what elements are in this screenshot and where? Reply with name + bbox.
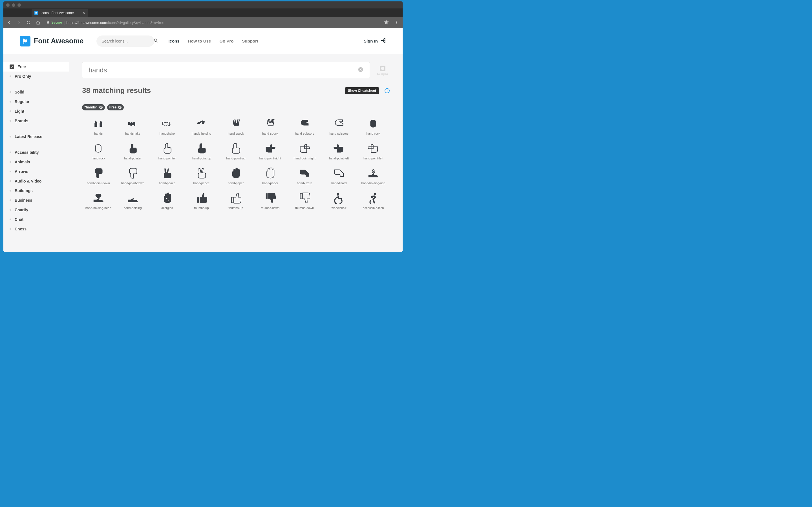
cat-audio-video[interactable]: Audio & Video bbox=[3, 176, 69, 186]
nav-forward-button[interactable] bbox=[16, 19, 22, 25]
icon-cell-hand-point-up[interactable]: hand-point-up bbox=[185, 140, 218, 162]
icon-cell-hand-scissors[interactable]: hand-scissors bbox=[288, 115, 321, 137]
icon-cell-hand-lizard[interactable]: hand-lizard bbox=[322, 165, 355, 186]
icon-cell-hands[interactable]: hands bbox=[82, 115, 115, 137]
bookmark-star-icon[interactable] bbox=[384, 20, 389, 25]
icon-cell-hand-point-down[interactable]: hand-point-down bbox=[82, 165, 115, 186]
filter-free[interactable]: Free bbox=[3, 62, 69, 71]
url-text: https://fontawesome.com/icons?d=gallery&… bbox=[66, 20, 164, 25]
style-brands[interactable]: Brands bbox=[3, 116, 69, 126]
svg-point-9 bbox=[396, 22, 397, 23]
icon-cell-thumbs-up[interactable]: thumbs-up bbox=[220, 190, 252, 211]
show-cheatsheet-button[interactable]: Show Cheatsheet bbox=[345, 87, 379, 94]
cat-arrows[interactable]: Arrows bbox=[3, 167, 69, 176]
icon-cell-thumbs-down[interactable]: thumbs-down bbox=[254, 190, 287, 211]
nav-go-pro[interactable]: Go Pro bbox=[219, 39, 234, 43]
icon-cell-hand-peace[interactable]: hand-peace bbox=[151, 165, 184, 186]
icon-cell-hand-rock[interactable]: hand-rock bbox=[82, 140, 115, 162]
search-icon bbox=[154, 38, 158, 44]
icon-label: hand-scissors bbox=[329, 132, 349, 135]
icon-cell-hand-peace[interactable]: hand-peace bbox=[185, 165, 218, 186]
lock-icon bbox=[46, 20, 50, 25]
icon-label: hand-rock bbox=[366, 132, 380, 135]
address-bar[interactable]: Secure | https://fontawesome.com/icons?d… bbox=[45, 19, 390, 26]
nav-support[interactable]: Support bbox=[242, 39, 258, 43]
icon-cell-hand-point-down[interactable]: hand-point-down bbox=[116, 165, 149, 186]
main-search-input[interactable] bbox=[89, 66, 358, 74]
filter-pro-only[interactable]: Pro Only bbox=[3, 71, 69, 81]
close-icon[interactable]: ✕ bbox=[99, 106, 103, 109]
cat-chess[interactable]: Chess bbox=[3, 224, 69, 234]
icon-cell-handshake[interactable]: handshake bbox=[116, 115, 149, 137]
traffic-light-max[interactable] bbox=[17, 3, 21, 7]
style-solid[interactable]: Solid bbox=[3, 87, 69, 97]
nav-how-to-use[interactable]: How to Use bbox=[188, 39, 211, 43]
icon-cell-accessible-icon[interactable]: accessible-icon bbox=[357, 190, 390, 211]
icon-cell-hand-point-up[interactable]: hand-point-up bbox=[220, 140, 252, 162]
header-search[interactable] bbox=[96, 36, 154, 47]
traffic-light-min[interactable] bbox=[12, 3, 15, 7]
browser-tab-active[interactable]: Icons | Font Awesome ✕ bbox=[32, 9, 88, 17]
icon-label: hand-paper bbox=[228, 181, 244, 185]
accessible-icon-icon bbox=[366, 191, 380, 205]
nav-back-button[interactable] bbox=[6, 19, 12, 25]
cat-charity[interactable]: Charity bbox=[3, 205, 69, 215]
icon-cell-hands-helping[interactable]: hands-helping bbox=[185, 115, 218, 137]
icon-label: hand-pointer bbox=[158, 157, 176, 160]
icon-cell-hand-paper[interactable]: hand-paper bbox=[220, 165, 252, 186]
hand-holding-heart-icon bbox=[91, 191, 106, 205]
filter-chip-free[interactable]: Free✕ bbox=[107, 104, 124, 110]
close-icon[interactable]: ✕ bbox=[118, 106, 121, 109]
filter-latest-release[interactable]: Latest Release bbox=[3, 132, 69, 142]
icon-cell-hand-paper[interactable]: hand-paper bbox=[254, 165, 287, 186]
nav-home-button[interactable] bbox=[35, 19, 41, 25]
icon-cell-hand-spock[interactable]: hand-spock bbox=[220, 115, 252, 137]
icon-cell-hand-holding-usd[interactable]: hand-holding-usd bbox=[357, 165, 390, 186]
tab-close-icon[interactable]: ✕ bbox=[82, 11, 85, 15]
cat-chat[interactable]: Chat bbox=[3, 215, 69, 224]
nav-reload-button[interactable] bbox=[26, 19, 32, 25]
icon-cell-hand-point-left[interactable]: hand-point-left bbox=[357, 140, 390, 162]
icon-cell-hand-point-right[interactable]: hand-point-right bbox=[288, 140, 321, 162]
hand-paper-icon bbox=[263, 167, 277, 180]
icon-cell-handshake[interactable]: handshake bbox=[151, 115, 184, 137]
clear-search-icon[interactable] bbox=[358, 67, 363, 73]
icon-cell-hand-spock[interactable]: hand-spock bbox=[254, 115, 287, 137]
icon-cell-hand-pointer[interactable]: hand-pointer bbox=[151, 140, 184, 162]
nav-icons[interactable]: Icons bbox=[168, 39, 179, 43]
cat-buildings[interactable]: Buildings bbox=[3, 186, 69, 195]
header-search-input[interactable] bbox=[101, 39, 151, 43]
icon-cell-wheelchair[interactable]: wheelchair bbox=[322, 190, 355, 211]
style-regular[interactable]: Regular bbox=[3, 97, 69, 107]
icon-cell-thumbs-down[interactable]: thumbs-down bbox=[288, 190, 321, 211]
icon-cell-hand-holding[interactable]: hand-holding bbox=[116, 190, 149, 211]
info-icon[interactable]: i bbox=[385, 88, 390, 93]
main-search[interactable] bbox=[82, 62, 370, 78]
icon-cell-hand-rock[interactable]: hand-rock bbox=[357, 115, 390, 137]
icon-cell-hand-pointer[interactable]: hand-pointer bbox=[116, 140, 149, 162]
wheelchair-icon bbox=[332, 191, 346, 205]
icon-label: hand-peace bbox=[159, 181, 175, 185]
svg-point-10 bbox=[396, 23, 397, 24]
traffic-light-close[interactable] bbox=[6, 3, 10, 7]
svg-point-8 bbox=[396, 21, 397, 22]
brand-logo[interactable]: Font Awesome bbox=[20, 36, 84, 47]
cat-accessibility[interactable]: Accessibility bbox=[3, 148, 69, 157]
cat-business[interactable]: Business bbox=[3, 195, 69, 205]
browser-menu-button[interactable] bbox=[394, 19, 400, 25]
icon-cell-hand-holding-heart[interactable]: hand-holding-heart bbox=[82, 190, 115, 211]
filter-sidebar: Free Pro Only Solid Regular Light Brands… bbox=[3, 54, 69, 252]
hand-lizard-icon bbox=[332, 167, 346, 180]
cat-animals[interactable]: Animals bbox=[3, 157, 69, 167]
sign-in-link[interactable]: Sign In bbox=[364, 38, 386, 45]
icon-label: hand-rock bbox=[91, 157, 105, 160]
hand-pointer-icon bbox=[125, 142, 140, 155]
icon-cell-hand-lizard[interactable]: hand-lizard bbox=[288, 165, 321, 186]
filter-chip-hands[interactable]: "hands"✕ bbox=[82, 104, 105, 110]
icon-cell-hand-scissors[interactable]: hand-scissors bbox=[322, 115, 355, 137]
icon-cell-hand-point-right[interactable]: hand-point-right bbox=[254, 140, 287, 162]
style-light[interactable]: Light bbox=[3, 107, 69, 116]
icon-cell-allergies[interactable]: allergies bbox=[151, 190, 184, 211]
icon-cell-thumbs-up[interactable]: thumbs-up bbox=[185, 190, 218, 211]
icon-cell-hand-point-left[interactable]: hand-point-left bbox=[322, 140, 355, 162]
